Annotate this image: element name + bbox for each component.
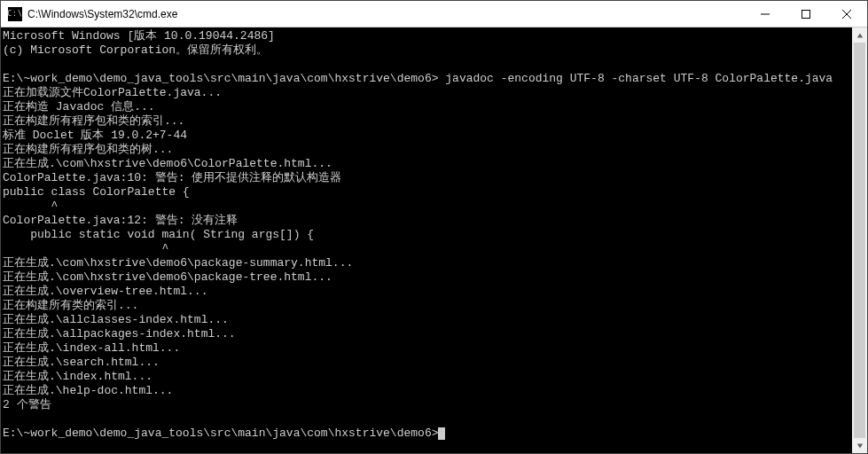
vertical-scrollbar[interactable] xyxy=(852,27,867,453)
scrollbar-up-arrow-icon[interactable] xyxy=(852,27,867,43)
minimize-button[interactable] xyxy=(745,1,786,27)
scrollbar-thumb[interactable] xyxy=(854,43,865,438)
svg-marker-5 xyxy=(856,443,862,448)
scrollbar-track[interactable] xyxy=(852,43,867,438)
titlebar[interactable]: C:\ C:\Windows\System32\cmd.exe xyxy=(1,1,867,27)
svg-rect-1 xyxy=(802,10,810,18)
cmd-window: C:\ C:\Windows\System32\cmd.exe Microsof… xyxy=(0,0,868,454)
maximize-button[interactable] xyxy=(786,1,826,27)
svg-marker-4 xyxy=(856,33,862,37)
close-button[interactable] xyxy=(826,1,867,27)
window-controls xyxy=(745,1,867,27)
cmd-icon: C:\ xyxy=(8,7,22,21)
terminal-output[interactable]: Microsoft Windows [版本 10.0.19044.2486] (… xyxy=(1,27,852,453)
cursor xyxy=(438,427,445,440)
window-title: C:\Windows\System32\cmd.exe xyxy=(27,8,745,20)
scrollbar-down-arrow-icon[interactable] xyxy=(852,438,867,453)
terminal-wrap: Microsoft Windows [版本 10.0.19044.2486] (… xyxy=(1,27,867,453)
